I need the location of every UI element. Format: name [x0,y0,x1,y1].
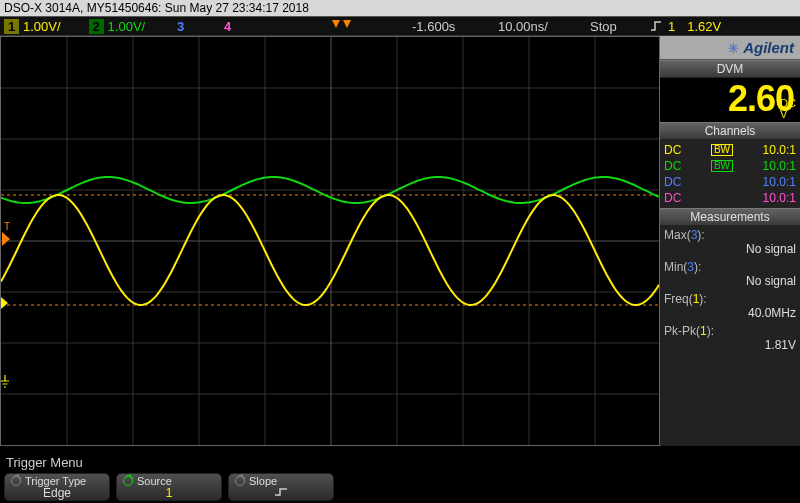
trigger-menu-title: Trigger Menu [6,455,83,470]
ch2-vdiv: 1.00V/ [108,19,146,34]
meas-max3: Max(3): No signal [664,228,796,256]
channels-header: Channels [660,122,800,140]
knob-icon [11,476,21,486]
knob-icon [123,476,133,486]
datetime-label: Sun May 27 23:34:17 2018 [165,1,309,15]
softkey-slope[interactable]: Slope [228,473,334,501]
softkey-source[interactable]: Source 1 [116,473,222,501]
rising-edge-icon [274,487,288,497]
trigger-level: 1.62V [687,19,721,34]
serial-label: MY51450646 [87,1,158,15]
edge-icon [650,20,662,32]
timebase-readout: 10.00ns/ [498,19,548,34]
side-panel: ✳Agilent DVM 2.60 DCV Channels DCBW10.0:… [660,36,800,446]
brand-header: ✳Agilent [660,36,800,60]
dvm-header: DVM [660,60,800,78]
gnd-icon [0,375,12,391]
ch2-num: 2 [89,19,104,34]
ch4-num: 4 [220,19,235,34]
meas-freq1: Freq(1): 40.0MHz [664,292,796,320]
svg-marker-20 [2,232,10,246]
ch1-num: 1 [4,19,19,34]
knob-icon [235,476,245,486]
measurements-header: Measurements [660,208,800,226]
ch3-num: 3 [173,19,188,34]
svg-marker-22 [1,297,8,309]
model-label: DSO-X 3014A [4,1,80,15]
softkey-trigger-type[interactable]: Trigger Type Edge [4,473,110,501]
svg-marker-1 [343,20,351,28]
run-state: Stop [590,19,617,34]
channel-list: DCBW10.0:1DCBW10.0:1DCBW10.0:1DCBW10.0:1 [660,140,800,208]
svg-text:T: T [4,221,10,232]
dvm-readout: 2.60 DCV [660,78,800,122]
agilent-logo-icon: ✳ [728,41,739,56]
channel-row: DCBW10.0:1 [664,158,796,174]
channel-row: DCBW10.0:1 [664,142,796,158]
ch1-vdiv: 1.00V/ [23,19,61,34]
meas-min3: Min(3): No signal [664,260,796,288]
channel-row: DCBW10.0:1 [664,190,796,206]
meas-pkpk1: Pk-Pk(1): 1.81V [664,324,796,352]
channel-row: DCBW10.0:1 [664,174,796,190]
softkey-bar: Trigger Type Edge Source 1 Slope [0,471,800,503]
channel-bar: 1 1.00V/ 2 1.00V/ 3 4 -1.600s 10.00ns/ S… [0,16,800,36]
trigger-channel: 1 [668,19,675,34]
svg-marker-0 [332,20,340,28]
waveform-display[interactable]: T [0,36,660,446]
delay-readout: -1.600s [412,19,455,34]
